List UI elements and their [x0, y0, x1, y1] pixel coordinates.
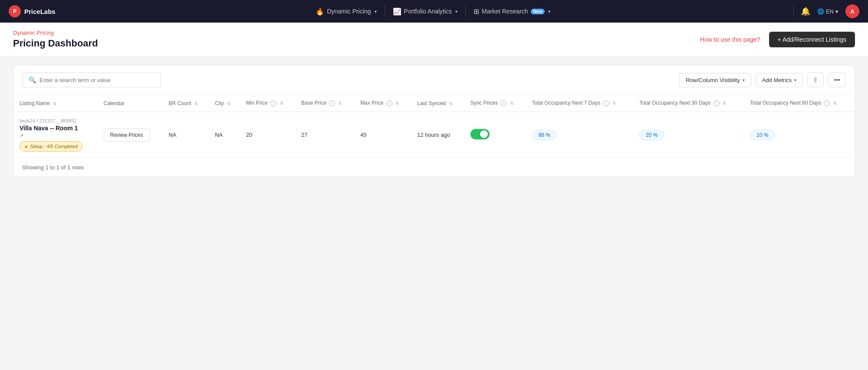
- language-selector[interactable]: 🌐 EN ▾: [817, 8, 838, 15]
- setup-dot-icon: ●: [24, 143, 28, 150]
- cell-last-synced: 12 hours ago: [411, 112, 464, 158]
- how-to-link[interactable]: How to use this page?: [700, 36, 760, 43]
- grid-icon: ⊞: [473, 7, 479, 16]
- pagination-label: Showing 1 to 1 of 1 rows: [22, 164, 84, 171]
- chevron-visibility-icon: ▾: [743, 78, 745, 83]
- cell-occ-60: 10 %: [744, 112, 855, 158]
- listing-source: beds24 / 231317__489852: [20, 118, 92, 123]
- sort-icon-listing: ⇅: [53, 101, 56, 106]
- setup-badge[interactable]: ● Setup : 4/5 Completed: [20, 141, 82, 152]
- nav-center: 🔥 Dynamic Pricing ▾ 📈 Portfolio Analytic…: [73, 0, 793, 23]
- cell-base-price: 27: [295, 112, 354, 158]
- col-min-price[interactable]: Min Price i ⇅: [240, 95, 295, 112]
- search-box[interactable]: 🔍: [22, 73, 161, 87]
- more-options-button[interactable]: •••: [828, 73, 846, 87]
- chevron-metrics-icon: ▾: [794, 78, 796, 83]
- sync-prices-toggle[interactable]: [470, 129, 490, 139]
- info-icon-min-price[interactable]: i: [270, 100, 276, 106]
- table-body: beds24 / 231317__489852 Villa Nava -- Ro…: [13, 112, 855, 158]
- nav-right: 🔔 🌐 EN ▾ A: [793, 4, 859, 18]
- nav-item-market-research[interactable]: ⊞ Market Research New ▾: [466, 0, 558, 23]
- chevron-down-icon-2: ▾: [455, 9, 457, 14]
- page-header-left: Dynamic Pricing Pricing Dashboard: [13, 30, 98, 49]
- cell-occ-7: 86 %: [526, 112, 633, 158]
- add-reconnect-listings-button[interactable]: + Add/Reconnect Listings: [769, 32, 855, 47]
- navbar: P PriceLabs 🔥 Dynamic Pricing ▾ 📈 Portfo…: [0, 0, 868, 23]
- col-sync-prices[interactable]: Sync Prices i ⇅: [464, 95, 526, 112]
- info-icon-sync-prices[interactable]: i: [500, 100, 506, 106]
- col-occ-60[interactable]: Total Occupancy Next 60 Days i ⇅: [744, 95, 855, 112]
- col-base-price[interactable]: Base Price i ⇅: [295, 95, 354, 112]
- sort-icon-base-price: ⇅: [339, 101, 342, 106]
- ellipsis-icon: •••: [834, 76, 840, 83]
- toolbar: 🔍 Row/Column Visibility ▾ Add Metrics ▾ …: [13, 66, 855, 95]
- sort-icon-occ-60: ⇅: [833, 101, 837, 106]
- share-icon: ⇧: [813, 76, 818, 83]
- chevron-lang-icon: ▾: [835, 8, 838, 15]
- sort-icon-last-synced: ⇅: [449, 101, 453, 106]
- brand[interactable]: P PriceLabs: [9, 5, 56, 17]
- main-content: 🔍 Row/Column Visibility ▾ Add Metrics ▾ …: [0, 56, 868, 186]
- col-city[interactable]: City ⇅: [209, 95, 240, 112]
- fire-icon: 🔥: [316, 7, 324, 16]
- table-container: 🔍 Row/Column Visibility ▾ Add Metrics ▾ …: [13, 65, 855, 177]
- cell-br-count: NA: [162, 112, 209, 158]
- new-badge: New: [531, 9, 545, 14]
- chevron-down-icon-3: ▾: [548, 9, 550, 14]
- cell-occ-30: 20 %: [633, 112, 744, 158]
- nav-right-divider: [793, 5, 794, 18]
- col-listing-name[interactable]: Listing Name ⇅: [13, 95, 98, 112]
- col-occ-30[interactable]: Total Occupancy Next 30 Days i ⇅: [633, 95, 744, 112]
- col-max-price[interactable]: Max Price i ⇅: [354, 95, 411, 112]
- listing-name: Villa Nava -- Room 1: [20, 125, 92, 132]
- chevron-down-icon: ▾: [375, 9, 377, 14]
- search-icon: 🔍: [29, 76, 36, 83]
- sort-icon-occ-7: ⇅: [612, 101, 616, 106]
- cell-listing-name: beds24 / 231317__489852 Villa Nava -- Ro…: [13, 112, 98, 158]
- cell-min-price: 20: [240, 112, 295, 158]
- sort-icon-max-price: ⇅: [395, 101, 399, 106]
- col-last-synced[interactable]: Last Synced ⇅: [411, 95, 464, 112]
- sort-icon-br: ⇅: [194, 101, 198, 106]
- add-metrics-button[interactable]: Add Metrics ▾: [756, 73, 803, 87]
- cell-max-price: 45: [354, 112, 411, 158]
- nav-item-dynamic-pricing[interactable]: 🔥 Dynamic Pricing ▾: [308, 0, 384, 23]
- chart-icon: 📈: [393, 7, 401, 16]
- share-button[interactable]: ⇧: [807, 73, 824, 87]
- table-row: beds24 / 231317__489852 Villa Nava -- Ro…: [13, 112, 855, 158]
- bell-icon[interactable]: 🔔: [801, 7, 810, 16]
- occ-60-badge: 10 %: [750, 130, 775, 140]
- row-column-visibility-button[interactable]: Row/Column Visibility ▾: [679, 73, 751, 87]
- info-icon-occ-7[interactable]: i: [603, 100, 609, 106]
- occ-7-badge: 86 %: [532, 130, 557, 140]
- info-icon-occ-30[interactable]: i: [713, 100, 720, 106]
- col-br-count[interactable]: BR Count ⇅: [162, 95, 209, 112]
- data-table: Listing Name ⇅ Calendar BR Count ⇅ City …: [13, 95, 855, 158]
- info-icon-occ-60[interactable]: i: [824, 100, 830, 106]
- nav-item-portfolio-analytics[interactable]: 📈 Portfolio Analytics ▾: [385, 0, 466, 23]
- cell-sync-prices: [464, 112, 526, 158]
- page-title: Pricing Dashboard: [13, 38, 98, 49]
- col-occ-7[interactable]: Total Occupancy Next 7 Days i ⇅: [526, 95, 633, 112]
- brand-logo: P: [9, 5, 21, 17]
- search-input[interactable]: [39, 77, 155, 83]
- info-icon-base-price[interactable]: i: [329, 100, 335, 106]
- page-header-right: How to use this page? + Add/Reconnect Li…: [700, 32, 855, 47]
- cell-calendar: Review Prices: [98, 112, 163, 158]
- page-header: Dynamic Pricing Pricing Dashboard How to…: [0, 23, 868, 56]
- info-icon-max-price[interactable]: i: [386, 100, 392, 106]
- col-calendar: Calendar: [98, 95, 163, 112]
- occ-30-badge: 20 %: [639, 130, 664, 140]
- page-subtitle: Dynamic Pricing: [13, 30, 98, 36]
- cell-city: NA: [209, 112, 240, 158]
- sort-icon-occ-30: ⇅: [723, 101, 726, 106]
- sort-icon-city: ⇅: [227, 101, 230, 106]
- user-avatar[interactable]: A: [845, 4, 859, 18]
- pagination-bar: Showing 1 to 1 of 1 rows: [13, 158, 855, 177]
- toolbar-right: Row/Column Visibility ▾ Add Metrics ▾ ⇧ …: [679, 73, 846, 87]
- globe-icon: 🌐: [817, 8, 824, 15]
- listing-external-link[interactable]: ↗: [20, 133, 23, 139]
- review-prices-button[interactable]: Review Prices: [104, 129, 150, 142]
- sort-icon-sync-prices: ⇅: [510, 101, 513, 106]
- sort-icon-min-price: ⇅: [280, 101, 283, 106]
